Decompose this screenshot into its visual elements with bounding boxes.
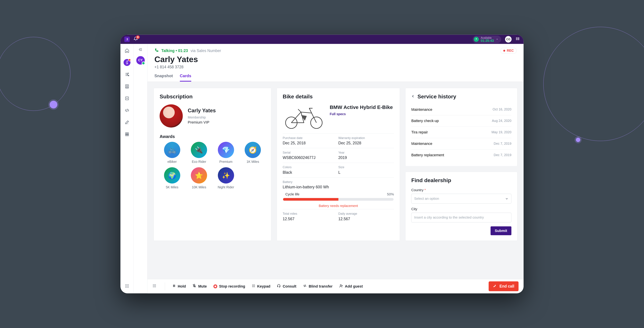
- service-date: Aug 24, 2020: [492, 119, 511, 123]
- svg-point-36: [253, 284, 254, 285]
- total-miles-label: Total miles: [282, 212, 338, 215]
- svg-point-19: [125, 287, 126, 287]
- nav-dashboard[interactable]: [124, 131, 130, 138]
- notifications-button[interactable]: 8: [134, 37, 138, 42]
- total-miles-value: 12.567: [282, 217, 338, 221]
- keypad-button[interactable]: Keypad: [252, 284, 270, 288]
- nav-apps-grid[interactable]: [124, 282, 130, 289]
- user-avatar[interactable]: CO: [505, 36, 512, 43]
- award-item: 🔌Eco Rider: [186, 142, 212, 164]
- svg-rect-0: [516, 37, 517, 40]
- nav-profile[interactable]: [124, 83, 130, 90]
- phone-icon: [154, 48, 159, 53]
- service-name: Tira repair: [412, 130, 428, 134]
- svg-point-21: [128, 287, 128, 287]
- sliders-icon: [124, 72, 129, 77]
- awards-grid: 🚲eBiker 🔌Eco Rider 💎Premium 🧭1K Miles 🌍5…: [160, 142, 265, 189]
- mute-button[interactable]: Mute: [192, 284, 206, 289]
- bike-name: BMW Active Hybrid E-Bike: [330, 104, 393, 110]
- service-row[interactable]: MaintenanceOct 16, 2020: [412, 104, 512, 115]
- serial-value: WSBC606024677J: [282, 155, 338, 160]
- subscription-name: Carly Yates: [188, 108, 216, 114]
- stop-icon: [213, 284, 217, 288]
- svg-point-17: [126, 286, 127, 286]
- titlebar: :t 8 Available 01:25:43 CO: [120, 35, 524, 44]
- nav-contacts[interactable]: [124, 59, 130, 66]
- find-dealership-title: Find dealership: [412, 177, 512, 183]
- svg-point-7: [126, 86, 128, 87]
- active-customer-status-dot: [142, 62, 145, 65]
- country-label: Country *: [412, 188, 512, 192]
- award-premium-icon: 💎: [218, 142, 234, 158]
- app-logo[interactable]: :t: [124, 37, 130, 42]
- nav-compose[interactable]: [124, 119, 130, 126]
- colors-value: Black: [282, 170, 338, 175]
- svg-rect-11: [126, 134, 127, 136]
- service-row[interactable]: Battery check-upAug 24, 2020: [412, 115, 512, 127]
- add-box-icon: [124, 96, 129, 101]
- customer-avatar-large: [160, 104, 183, 128]
- rec-label: REC: [507, 49, 514, 53]
- svg-rect-33: [173, 285, 174, 287]
- hold-button[interactable]: Hold: [172, 284, 186, 288]
- membership-label: Membership: [188, 116, 216, 119]
- service-row[interactable]: MaintenanceDec 7, 2019: [412, 138, 512, 150]
- service-row[interactable]: Tira repairMay 19, 2020: [412, 127, 512, 138]
- service-row[interactable]: Battery replacementDec 7, 2019: [412, 150, 512, 161]
- city-input[interactable]: [412, 213, 512, 223]
- mic-off-icon: [192, 284, 196, 289]
- availability-dot-icon: [474, 37, 479, 42]
- svg-point-24: [153, 284, 154, 285]
- svg-point-32: [155, 286, 156, 287]
- code-icon: [124, 108, 129, 113]
- service-history-back[interactable]: [412, 94, 415, 99]
- tab-snapshot[interactable]: Snapshot: [154, 74, 173, 82]
- call-status: Talking • 01:23: [161, 49, 188, 53]
- service-name: Maintenance: [412, 107, 432, 112]
- end-call-button[interactable]: End call: [489, 281, 518, 291]
- cards-grid: Subscription Carly Yates Membership Prem…: [148, 82, 524, 279]
- tabs: Snapshot Cards: [154, 74, 517, 82]
- svg-point-44: [340, 284, 342, 286]
- svg-point-5: [128, 75, 129, 76]
- svg-point-4: [127, 74, 128, 75]
- footer-apps-icon[interactable]: [152, 284, 156, 289]
- availability-pill[interactable]: Available 01:25:43: [472, 36, 501, 43]
- tab-cards[interactable]: Cards: [180, 74, 191, 82]
- full-specs-link[interactable]: Full specs: [330, 112, 393, 116]
- svg-point-41: [252, 286, 253, 287]
- call-via: via Sales Number: [191, 49, 221, 53]
- notifications-count: 8: [136, 36, 140, 39]
- submit-button[interactable]: Submit: [490, 226, 512, 235]
- nav-home[interactable]: [124, 47, 130, 54]
- person-running-icon: [125, 60, 129, 65]
- context-strip: CY: [134, 44, 148, 293]
- cycle-life-bar: [283, 198, 394, 201]
- nav-apps[interactable]: [124, 95, 130, 102]
- active-customer-avatar[interactable]: CY: [136, 56, 145, 65]
- panel-toggle-icon[interactable]: [515, 37, 520, 42]
- svg-rect-9: [126, 133, 127, 134]
- svg-point-2: [127, 61, 128, 62]
- svg-point-13: [125, 284, 126, 285]
- customer-name: Carly Yates: [154, 55, 517, 64]
- service-name: Battery check-up: [412, 119, 439, 123]
- chevron-down-icon: [496, 38, 498, 41]
- nav-journeys[interactable]: [124, 71, 130, 78]
- collapse-button[interactable]: [138, 47, 142, 53]
- consult-button[interactable]: Consult: [277, 284, 296, 289]
- pause-icon: [172, 284, 176, 288]
- call-header: Talking • 01:23 via Sales Number REC Car…: [148, 44, 524, 82]
- blind-transfer-button[interactable]: Blind transfer: [303, 284, 332, 289]
- nav-dev[interactable]: [124, 107, 130, 114]
- service-history-title: Service history: [418, 94, 456, 100]
- add-guest-button[interactable]: Add guest: [339, 284, 363, 289]
- app-window: :t 8 Available 01:25:43 CO: [120, 35, 524, 293]
- serial-label: Serial: [282, 151, 338, 154]
- svg-point-38: [252, 285, 253, 286]
- svg-point-40: [254, 285, 255, 286]
- award-item: 🚲eBiker: [160, 142, 185, 164]
- phone-hangup-icon: [493, 284, 497, 288]
- stop-recording-button[interactable]: Stop recording: [213, 284, 245, 288]
- country-select[interactable]: Select an option: [412, 194, 512, 204]
